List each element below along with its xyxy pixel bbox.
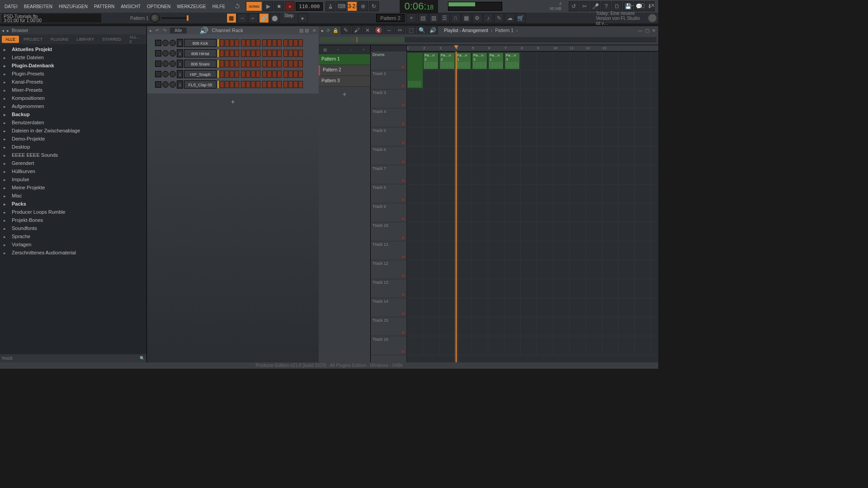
step-cell[interactable] xyxy=(293,60,298,67)
rack-redo-icon[interactable]: ↷ xyxy=(163,28,166,33)
step-cell[interactable] xyxy=(256,50,260,57)
menu-pattern[interactable]: PATTERN xyxy=(91,2,117,11)
grid-row[interactable] xyxy=(407,298,658,317)
snap-next-button[interactable]: ▸ xyxy=(298,13,308,23)
step-cell[interactable] xyxy=(298,39,303,47)
step-cell[interactable] xyxy=(298,50,303,57)
track-header[interactable]: Track 11 xyxy=(371,241,406,260)
step-cell[interactable] xyxy=(288,70,293,78)
track-mute-dot[interactable] xyxy=(402,236,405,239)
tree-item[interactable]: Projekt-Bones xyxy=(0,216,146,224)
browser-tab-starred[interactable]: STARRED xyxy=(99,36,125,43)
step-cell[interactable] xyxy=(256,60,260,67)
live-button[interactable]: ⬤ xyxy=(270,13,280,23)
channel-select[interactable] xyxy=(217,60,219,67)
update-notice[interactable]: Today: Eine neuere Version von FL Studio… xyxy=(594,9,644,28)
step-cell[interactable] xyxy=(288,60,293,67)
step-cell[interactable] xyxy=(241,70,245,78)
track-header[interactable]: Track 6 xyxy=(371,146,406,165)
channel-mixer-num[interactable]: 1 xyxy=(177,70,183,78)
track-mute-dot[interactable] xyxy=(402,103,405,106)
channel-led[interactable] xyxy=(151,52,154,55)
channel-mixer-num[interactable]: 1 xyxy=(177,49,183,57)
track-header[interactable]: Track 12 xyxy=(371,260,406,279)
track-header[interactable]: Track 13 xyxy=(371,279,406,298)
step-cell[interactable] xyxy=(251,81,255,88)
pattern-view-tab[interactable]: ▦ xyxy=(319,45,332,54)
stop-button[interactable]: ■ xyxy=(274,1,284,11)
menu-datei[interactable]: DATEI xyxy=(2,2,20,11)
snap-mode[interactable]: Step xyxy=(281,13,297,23)
step-cell[interactable] xyxy=(230,60,234,67)
track-header[interactable]: Track 10 xyxy=(371,222,406,241)
step-cell[interactable] xyxy=(225,39,229,47)
channel-name[interactable]: 808 Kick xyxy=(184,39,217,47)
channel-vol-knob[interactable] xyxy=(170,50,176,56)
grid-row[interactable] xyxy=(407,184,658,203)
undo-history-button[interactable]: ↺ xyxy=(569,1,579,11)
loop-rec-button[interactable]: ↻ xyxy=(369,1,379,11)
grid-row[interactable] xyxy=(407,279,658,298)
countdown-button[interactable]: 3·2· xyxy=(347,1,357,11)
tempo-display[interactable]: 110.000 xyxy=(296,2,323,11)
pl-delete-tool[interactable]: ✕ xyxy=(363,25,373,35)
track-mute-dot[interactable] xyxy=(402,255,405,258)
step-cell[interactable] xyxy=(220,39,224,47)
rack-close-icon[interactable]: ✕ xyxy=(312,28,316,33)
view-playlist-button[interactable]: ▤ xyxy=(418,13,428,23)
close-button[interactable]: ✕ xyxy=(649,2,656,9)
step-cell[interactable] xyxy=(241,50,245,57)
clip[interactable]: Pa…n 2 xyxy=(439,52,455,70)
tree-item[interactable]: Desktop xyxy=(0,143,146,151)
grid-row[interactable] xyxy=(407,165,658,184)
pattern-selector[interactable]: Pattern 2 xyxy=(376,14,405,22)
tree-item[interactable]: Meine Projekte xyxy=(0,183,146,192)
add-channel-button[interactable]: + xyxy=(147,94,319,110)
step-cell[interactable] xyxy=(225,50,229,57)
tree-item[interactable]: Sprache xyxy=(0,232,146,240)
clip[interactable]: Pa…n 1 xyxy=(488,52,504,70)
minimize-button[interactable]: — xyxy=(627,2,635,9)
menu-bearbeiten[interactable]: BEARBEITEN xyxy=(21,2,55,11)
globe-icon[interactable] xyxy=(648,14,656,22)
menu-hilfe[interactable]: HILFE xyxy=(210,2,228,11)
pattern-item-3[interactable]: Pattern 3 xyxy=(319,76,370,87)
step-cell[interactable] xyxy=(256,39,260,47)
channel-name[interactable]: 808 HiHat xyxy=(184,49,217,57)
step-cell[interactable] xyxy=(272,60,277,67)
tools-button[interactable]: ✂ xyxy=(580,1,590,11)
channel-pan-knob[interactable] xyxy=(162,61,169,67)
pl-menu-icon[interactable]: ▸ xyxy=(321,28,324,33)
cloud-button[interactable]: ☁ xyxy=(505,13,515,23)
channel-led[interactable] xyxy=(151,62,154,66)
pl-draw-tool[interactable]: ✎ xyxy=(341,25,351,35)
grid-row[interactable]: Pa…n 2Pa…n 2Pa…n 1Pa…n 3Pa…n 1Pa…n 3 xyxy=(407,52,658,70)
pl-paint-tool[interactable]: 🖌 xyxy=(352,25,362,35)
grid-row[interactable] xyxy=(407,70,658,89)
step-cell[interactable] xyxy=(235,70,239,78)
step-cell[interactable] xyxy=(251,70,255,78)
tree-item[interactable]: Demo-Projekte xyxy=(0,135,146,143)
browser-tab-alle[interactable]: ALLE xyxy=(2,36,19,43)
step-cell[interactable] xyxy=(246,50,250,57)
grid-row[interactable] xyxy=(407,222,658,241)
plugin-button[interactable]: ⚙ xyxy=(472,13,482,23)
play-button[interactable]: ▶ xyxy=(263,1,273,11)
channel-select[interactable] xyxy=(217,70,219,78)
track-mute-dot[interactable] xyxy=(402,122,405,125)
pl-max-icon[interactable]: ▢ xyxy=(645,28,649,33)
grid-row[interactable] xyxy=(407,336,658,355)
view-mixer-button[interactable]: ⎍ xyxy=(451,13,461,23)
pattern-add-tab[interactable]: + xyxy=(358,45,371,54)
pattern-add-button[interactable]: + xyxy=(406,13,416,23)
snap-button[interactable]: ▦ xyxy=(226,13,236,23)
track-header[interactable]: Track 2 xyxy=(371,70,406,89)
grid-row[interactable] xyxy=(407,203,658,222)
track-mute-dot[interactable] xyxy=(402,66,405,68)
pl-lock-icon[interactable]: 🔒 xyxy=(333,28,338,33)
step-cell[interactable] xyxy=(246,39,250,47)
step-cell[interactable] xyxy=(241,81,245,88)
clip[interactable]: Pa…n 3 xyxy=(472,52,487,70)
step-cell[interactable] xyxy=(288,81,293,88)
magnet-button[interactable]: ⌐ xyxy=(248,13,258,23)
